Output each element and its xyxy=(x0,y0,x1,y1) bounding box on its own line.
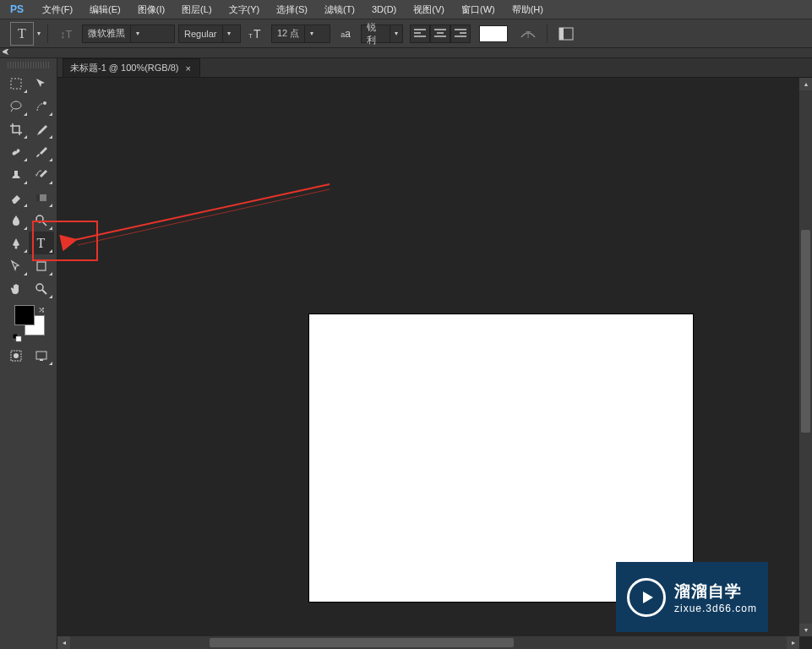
font-style-dropdown[interactable]: Regular ▾ xyxy=(178,25,241,43)
eraser-tool[interactable] xyxy=(3,186,29,209)
document-tab-label: 未标题-1 @ 100%(RGB/8) xyxy=(70,62,179,74)
menu-filter[interactable]: 滤镜(T) xyxy=(316,0,363,19)
clone-stamp-tool[interactable] xyxy=(3,163,29,186)
text-orientation-icon: ↕T xyxy=(59,26,74,41)
menu-select[interactable]: 选择(S) xyxy=(268,0,316,19)
lasso-tool[interactable] xyxy=(3,95,29,117)
chevron-down-icon: ▾ xyxy=(130,25,144,42)
svg-rect-21 xyxy=(36,352,46,359)
scroll-left-icon[interactable]: ◂ xyxy=(57,636,70,649)
watermark-url: zixue.3d66.com xyxy=(674,603,757,614)
scrollbar-horizontal[interactable]: ◂ ▸ xyxy=(57,636,799,649)
text-orientation-toggle[interactable]: ↕T xyxy=(55,22,79,46)
scroll-right-icon[interactable]: ▸ xyxy=(787,636,799,649)
menu-bar: PS 文件(F) 编辑(E) 图像(I) 图层(L) 文字(Y) 选择(S) 滤… xyxy=(0,0,812,19)
quick-mask-button[interactable] xyxy=(3,344,29,367)
chevron-down-icon: ▾ xyxy=(222,25,236,42)
foreground-color[interactable] xyxy=(14,305,35,325)
svg-rect-8 xyxy=(11,148,19,155)
svg-rect-5 xyxy=(559,28,564,40)
tools-panel: T ⤭ xyxy=(0,58,57,649)
crop-tool[interactable] xyxy=(3,117,29,140)
foreground-background-colors[interactable]: ⤭ xyxy=(13,305,45,339)
healing-brush-tool[interactable] xyxy=(3,140,29,163)
svg-point-20 xyxy=(14,353,19,358)
path-select-tool[interactable] xyxy=(3,254,29,277)
mode-buttons xyxy=(3,344,54,367)
blur-tool[interactable] xyxy=(3,209,29,232)
scroll-up-icon[interactable]: ▴ xyxy=(799,78,812,90)
svg-rect-15 xyxy=(37,262,46,270)
move-tool[interactable] xyxy=(29,72,54,95)
swap-colors-icon[interactable]: ⤭ xyxy=(38,305,45,314)
play-icon xyxy=(627,578,666,617)
chevron-down-icon: ▾ xyxy=(304,25,318,42)
chevron-down-icon[interactable]: ▾ xyxy=(37,30,41,37)
scroll-down-icon[interactable]: ▾ xyxy=(799,624,812,636)
close-icon[interactable]: × xyxy=(184,63,193,74)
svg-point-13 xyxy=(36,215,43,222)
tool-preset-text[interactable]: T xyxy=(10,22,34,46)
svg-text:T: T xyxy=(526,30,531,40)
gradient-tool[interactable] xyxy=(29,186,54,209)
document-tab-bar: 未标题-1 @ 100%(RGB/8) × xyxy=(57,58,812,78)
brush-tool[interactable] xyxy=(29,140,54,163)
antialias-value: 锐利 xyxy=(362,21,390,46)
text-align-group xyxy=(410,25,471,43)
svg-text:T: T xyxy=(253,27,261,41)
font-size-value: 12 点 xyxy=(272,27,304,40)
history-brush-tool[interactable] xyxy=(29,163,54,186)
svg-rect-22 xyxy=(40,359,43,361)
chevron-down-icon: ▾ xyxy=(390,25,402,42)
marquee-tool[interactable] xyxy=(3,72,29,95)
tools-grip[interactable] xyxy=(8,62,50,68)
menu-type[interactable]: 文字(Y) xyxy=(221,0,269,19)
screen-mode-button[interactable] xyxy=(29,344,54,367)
warp-text-button[interactable]: T xyxy=(516,22,540,46)
scrollbar-vertical[interactable]: ▴ ▾ xyxy=(799,78,812,636)
font-family-dropdown[interactable]: 微软雅黑 ▾ xyxy=(82,25,175,43)
menu-file[interactable]: 文件(F) xyxy=(34,0,81,19)
watermark-text: 溜溜自学 zixue.3d66.com xyxy=(674,581,757,614)
menu-3d[interactable]: 3D(D) xyxy=(363,0,405,19)
menu-edit[interactable]: 编辑(E) xyxy=(81,0,129,19)
hand-tool[interactable] xyxy=(3,277,29,300)
character-panel-button[interactable] xyxy=(554,22,578,46)
watermark-badge: 溜溜自学 zixue.3d66.com xyxy=(616,562,768,632)
menu-image[interactable]: 图像(I) xyxy=(129,0,173,19)
svg-text:T: T xyxy=(248,32,253,40)
scroll-thumb[interactable] xyxy=(801,230,810,433)
text-color-swatch[interactable] xyxy=(479,25,508,42)
antialias-dropdown[interactable]: 锐利 ▾ xyxy=(361,25,403,43)
align-center-button[interactable] xyxy=(430,25,450,43)
menu-help[interactable]: 帮助(H) xyxy=(504,0,552,19)
shape-tool[interactable] xyxy=(29,254,54,277)
main-area: T ⤭ 未标题-1 @ 100%(RGB/8) × xyxy=(0,58,812,649)
svg-point-14 xyxy=(14,246,17,248)
font-style-value: Regular xyxy=(179,29,222,39)
zoom-tool[interactable] xyxy=(29,277,54,300)
align-right-button[interactable] xyxy=(450,25,471,43)
quick-select-tool[interactable] xyxy=(29,95,54,117)
pen-tool[interactable] xyxy=(3,232,29,254)
svg-rect-18 xyxy=(16,336,21,341)
default-colors-icon[interactable] xyxy=(13,330,23,339)
app-logo: PS xyxy=(0,0,34,19)
warp-text-icon: T xyxy=(520,27,537,41)
canvas[interactable] xyxy=(309,314,693,602)
svg-point-16 xyxy=(36,284,43,291)
text-tool[interactable]: T xyxy=(29,232,54,254)
menu-view[interactable]: 视图(V) xyxy=(405,0,453,19)
align-left-button[interactable] xyxy=(410,25,430,43)
dodge-tool[interactable] xyxy=(29,209,54,232)
document-area: 未标题-1 @ 100%(RGB/8) × ▴ ▾ ◂ ▸ xyxy=(57,58,812,649)
svg-rect-6 xyxy=(11,79,21,89)
menu-layer[interactable]: 图层(L) xyxy=(173,0,220,19)
panel-collapse-bar[interactable]: ⮜ xyxy=(0,48,812,58)
document-tab[interactable]: 未标题-1 @ 100%(RGB/8) × xyxy=(63,58,200,77)
menu-window[interactable]: 窗口(W) xyxy=(453,0,504,19)
svg-point-7 xyxy=(43,101,46,105)
eyedropper-tool[interactable] xyxy=(29,117,54,140)
font-size-dropdown[interactable]: 12 点 ▾ xyxy=(271,25,330,43)
scroll-thumb[interactable] xyxy=(210,638,514,647)
